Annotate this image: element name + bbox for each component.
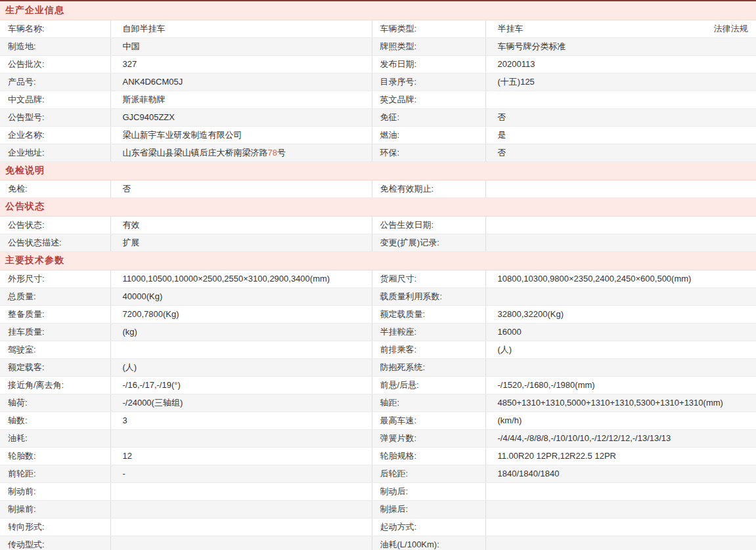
table-row: 油耗:弹簧片数:-/4/4/4,-/8/8/8,-/10/10/10,-/12/… xyxy=(0,429,756,447)
table-row: 公告状态描述:扩展变更(扩展)记录: xyxy=(0,234,756,251)
field-value xyxy=(485,91,756,108)
field-label: 企业地址: xyxy=(0,144,110,161)
field-value: 327 xyxy=(110,55,372,73)
field-label: 前排乘客: xyxy=(372,341,485,358)
field-label: 轴距: xyxy=(372,394,485,412)
field-value xyxy=(110,536,372,550)
field-label: 公告状态: xyxy=(0,216,110,234)
field-value xyxy=(485,500,756,518)
table-row: 外形尺寸:11000,10500,10000×2500,2550×3100,29… xyxy=(0,270,756,287)
field-label: 整备质量: xyxy=(0,305,110,323)
field-value: 是 xyxy=(485,126,756,144)
highlighted-text: 78 xyxy=(268,148,277,158)
field-value: 中国 xyxy=(110,37,372,55)
section-1: 免检说明免检:否免检有效期止: xyxy=(0,161,756,198)
field-value: 1840/1840/1840 xyxy=(485,465,756,482)
field-label: 最高车速: xyxy=(372,412,485,429)
field-label: 总质量: xyxy=(0,287,110,305)
section-3: 主要技术参数外形尺寸:11000,10500,10000×2500,2550×3… xyxy=(0,251,756,550)
field-value xyxy=(485,180,756,198)
field-value xyxy=(485,234,756,251)
field-label: 公告型号: xyxy=(0,108,110,126)
legal-regulations-link[interactable]: 法律法规 xyxy=(714,23,748,35)
field-label: 燃油: xyxy=(372,126,485,144)
field-value: -/16,-/17,-/19(°) xyxy=(110,376,372,394)
table-row: 接近角/离去角:-/16,-/17,-/19(°)前悬/后悬:-/1520,-/… xyxy=(0,376,756,394)
table-row: 转向形式:起动方式: xyxy=(0,518,756,536)
table-row: 公告状态:有效公告生效日期: xyxy=(0,216,756,234)
table-row: 免检:否免检有效期止: xyxy=(0,180,756,198)
section-title: 主要技术参数 xyxy=(0,251,756,270)
field-label: 起动方式: xyxy=(372,518,485,536)
field-value: (人) xyxy=(110,358,372,376)
table-row: 额定载客:(人)防抱死系统: xyxy=(0,358,756,376)
value-text: 山东省梁山县梁山镇后庄大桥南梁济路 xyxy=(123,148,268,158)
table-row: 中文品牌:斯派菲勒牌英文品牌: xyxy=(0,91,756,108)
field-label: 免征: xyxy=(372,108,485,126)
field-label: 前轮距: xyxy=(0,465,110,482)
field-value: 20200113 xyxy=(485,55,756,73)
table-row: 前轮距:-后轮距:1840/1840/1840 xyxy=(0,465,756,482)
field-label: 货厢尺寸: xyxy=(372,270,485,287)
field-value: 否 xyxy=(485,108,756,126)
section-header-row: 生产企业信息 xyxy=(0,1,756,20)
field-label: 制操后: xyxy=(372,500,485,518)
field-value: ANK4D6CM05J xyxy=(110,73,372,91)
field-label: 额定载质量: xyxy=(372,305,485,323)
table-row: 轴数:3最高车速:(km/h) xyxy=(0,412,756,429)
section-header-row: 主要技术参数 xyxy=(0,251,756,270)
table-row: 企业名称:梁山新宇车业研发制造有限公司燃油:是 xyxy=(0,126,756,144)
field-label: 油耗(L/100Km): xyxy=(372,536,485,550)
field-label: 制操前: xyxy=(0,500,110,518)
field-value xyxy=(110,429,372,447)
field-value: 16000 xyxy=(485,323,756,341)
field-label: 牌照类型: xyxy=(372,37,485,55)
field-label: 制造地: xyxy=(0,37,110,55)
field-value: 否 xyxy=(110,180,372,198)
field-label: 中文品牌: xyxy=(0,91,110,108)
section-2: 公告状态公告状态:有效公告生效日期:公告状态描述:扩展变更(扩展)记录: xyxy=(0,198,756,251)
table-row: 轴荷:-/24000(三轴组)轴距:4850+1310+1310,5000+13… xyxy=(0,394,756,412)
field-value: 扩展 xyxy=(110,234,372,251)
field-label: 传动型式: xyxy=(0,536,110,550)
field-value: -/4/4/4,-/8/8/8,-/10/10/10,-/12/12/12,-/… xyxy=(485,429,756,447)
field-value xyxy=(110,482,372,500)
table-row: 轮胎数:12轮胎规格:11.00R20 12PR,12R22.5 12PR xyxy=(0,447,756,465)
field-value: 有效 xyxy=(110,216,372,234)
field-value: 4850+1310+1310,5000+1310+1310,5300+1310+… xyxy=(485,394,756,412)
field-value: (km/h) xyxy=(485,412,756,429)
field-value: GJC9405ZZX xyxy=(110,108,372,126)
field-label: 挂车质量: xyxy=(0,323,110,341)
field-value: 40000(Kg) xyxy=(110,287,372,305)
field-label: 免检有效期止: xyxy=(372,180,485,198)
field-label: 轴荷: xyxy=(0,394,110,412)
field-value xyxy=(110,500,372,518)
field-value: -/1520,-/1680,-/1980(mm) xyxy=(485,376,756,394)
field-label: 发布日期: xyxy=(372,55,485,73)
field-label: 产品号: xyxy=(0,73,110,91)
field-label: 油耗: xyxy=(0,429,110,447)
field-label: 转向形式: xyxy=(0,518,110,536)
field-label: 驾驶室: xyxy=(0,341,110,358)
field-label: 变更(扩展)记录: xyxy=(372,234,485,251)
field-value xyxy=(110,518,372,536)
field-value: 斯派菲勒牌 xyxy=(110,91,372,108)
field-label: 公告批次: xyxy=(0,55,110,73)
field-value xyxy=(485,216,756,234)
table-row: 驾驶室:前排乘客:(人) xyxy=(0,341,756,358)
table-row: 公告批次:327发布日期:20200113 xyxy=(0,55,756,73)
field-value: 山东省梁山县梁山镇后庄大桥南梁济路78号 xyxy=(110,144,372,161)
field-label: 目录序号: xyxy=(372,73,485,91)
field-label: 英文品牌: xyxy=(372,91,485,108)
section-title: 生产企业信息 xyxy=(0,1,756,20)
field-value: (人) xyxy=(485,341,756,358)
field-value xyxy=(485,518,756,536)
field-value: 10800,10300,9800×2350,2400,2450×600,500(… xyxy=(485,270,756,287)
field-value: 32800,32200(Kg) xyxy=(485,305,756,323)
field-value: 自卸半挂车 xyxy=(110,20,372,37)
table-row: 制造地:中国牌照类型:车辆号牌分类标准 xyxy=(0,37,756,55)
field-value: 梁山新宇车业研发制造有限公司 xyxy=(110,126,372,144)
field-label: 防抱死系统: xyxy=(372,358,485,376)
field-label: 车辆名称: xyxy=(0,20,110,37)
field-label: 企业名称: xyxy=(0,126,110,144)
